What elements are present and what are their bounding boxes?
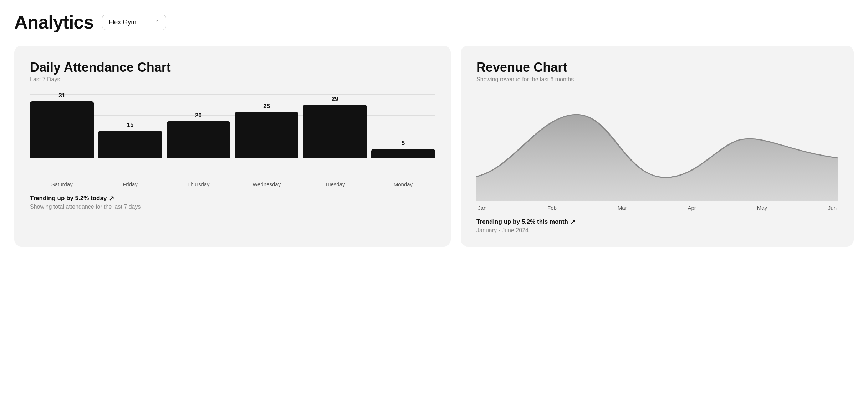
bar-value: 31 <box>58 92 65 99</box>
revenue-trend: Trending up by 5.2% this month ↗ <box>476 218 838 226</box>
revenue-card: Revenue Chart Showing revenue for the la… <box>461 46 854 247</box>
attendance-chart-subtitle: Last 7 Days <box>30 76 435 83</box>
revenue-chart-subtitle: Showing revenue for the last 6 months <box>476 76 838 83</box>
bar-day-label: Friday <box>98 181 162 187</box>
attendance-chart-title: Daily Attendance Chart <box>30 60 435 75</box>
page-header: Analytics Flex Gym ⌃ <box>14 11 854 33</box>
bar-item: 29 <box>303 96 367 158</box>
attendance-trend: Trending up by 5.2% today ↗ <box>30 194 435 202</box>
attendance-footer: Trending up by 5.2% today ↗ Showing tota… <box>30 194 435 210</box>
bar-value: 25 <box>263 103 270 110</box>
bars-wrapper: 31152025295 <box>30 94 435 158</box>
charts-row: Daily Attendance Chart Last 7 Days 31152… <box>14 46 854 247</box>
bar-item: 25 <box>235 103 298 158</box>
bar-item: 5 <box>371 140 435 158</box>
revenue-date-range: January - June 2024 <box>476 227 838 234</box>
attendance-description: Showing total attendance for the last 7 … <box>30 204 435 210</box>
revenue-chart: JanFebMarAprMayJun <box>476 94 838 211</box>
month-label: Apr <box>688 205 696 211</box>
chevron-icon: ⌃ <box>155 19 159 26</box>
bar-value: 20 <box>195 112 202 119</box>
gym-selector[interactable]: Flex Gym ⌃ <box>102 15 166 30</box>
month-label: Mar <box>618 205 627 211</box>
revenue-footer: Trending up by 5.2% this month ↗ January… <box>476 218 838 234</box>
bar-item: 31 <box>30 92 94 158</box>
area-fill <box>476 115 838 201</box>
bar-day-label: Saturday <box>30 181 94 187</box>
bar-rect <box>98 131 162 158</box>
month-label: Feb <box>547 205 557 211</box>
bar-item: 20 <box>167 112 230 158</box>
bar-value: 5 <box>402 140 405 147</box>
bar-day-label: Monday <box>371 181 435 187</box>
page-title: Analytics <box>14 11 93 33</box>
gym-selector-label: Flex Gym <box>109 19 136 26</box>
bar-rect <box>235 112 298 158</box>
month-label: May <box>757 205 767 211</box>
bar-value: 29 <box>332 96 338 103</box>
bar-rect <box>303 105 367 158</box>
bar-rect <box>371 149 435 158</box>
trend-arrow-icon: ↗ <box>109 194 114 202</box>
revenue-chart-title: Revenue Chart <box>476 60 838 75</box>
revenue-trend-arrow-icon: ↗ <box>570 218 576 226</box>
bar-day-label: Wednesday <box>235 181 298 187</box>
bar-item: 15 <box>98 122 162 158</box>
revenue-svg <box>476 94 838 201</box>
bar-rect <box>167 121 230 158</box>
bar-day-label: Tuesday <box>303 181 367 187</box>
bar-labels: SaturdayFridayThursdayWednesdayTuesdayMo… <box>30 181 435 187</box>
month-label: Jan <box>478 205 486 211</box>
bar-chart: 31152025295 <box>30 94 435 173</box>
attendance-card: Daily Attendance Chart Last 7 Days 31152… <box>14 46 451 247</box>
bar-value: 15 <box>127 122 134 129</box>
month-labels: JanFebMarAprMayJun <box>476 205 838 211</box>
month-label: Jun <box>828 205 837 211</box>
bar-day-label: Thursday <box>167 181 230 187</box>
bar-rect <box>30 101 94 158</box>
